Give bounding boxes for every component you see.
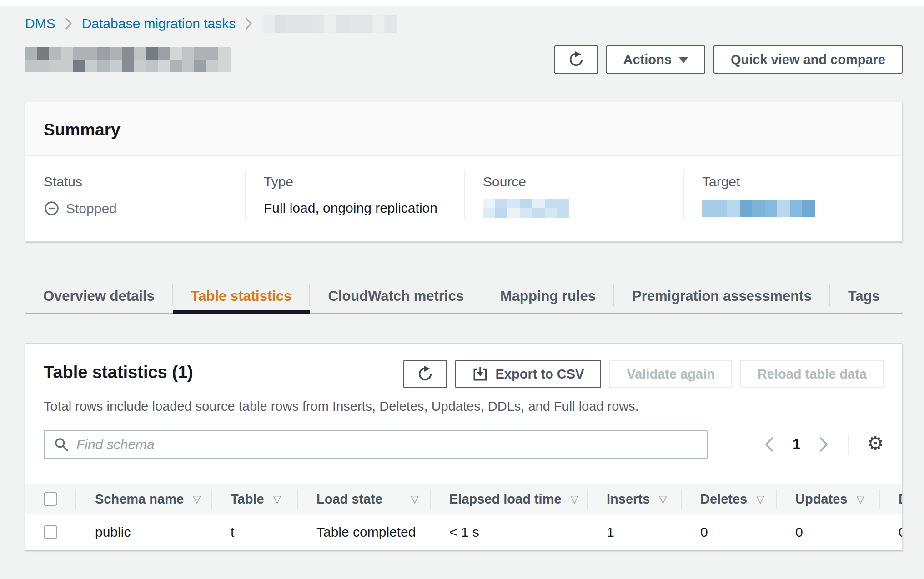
tab-tags[interactable]: Tags: [830, 280, 898, 313]
sort-icon: ▽: [856, 493, 864, 505]
table-settings-gear-icon[interactable]: ⚙: [867, 434, 884, 455]
type-value: Full load, ongoing replication: [264, 200, 450, 216]
tab-overview-details[interactable]: Overview details: [25, 280, 173, 313]
summary-field-type: Type Full load, ongoing replication: [245, 171, 464, 220]
pagination-divider: [848, 434, 849, 455]
table-statistics-table: Schema name▽ Table▽ Load state▽ Elapsed …: [25, 484, 902, 550]
top-white-strip: [0, 0, 924, 6]
pagination: 1 ⚙: [763, 434, 884, 455]
source-endpoint-link-redacted[interactable]: [483, 199, 569, 218]
type-label: Type: [264, 174, 450, 190]
tab-mapping-rules[interactable]: Mapping rules: [482, 280, 614, 313]
refresh-button[interactable]: [554, 45, 598, 74]
summary-field-target: Target: [683, 171, 902, 220]
row-select-cell: [25, 514, 75, 550]
target-label: Target: [702, 174, 889, 190]
column-header-schema-name[interactable]: Schema name▽: [75, 484, 211, 514]
column-header-elapsed-load-time[interactable]: Elapsed load time▽: [430, 484, 587, 514]
actions-button-label: Actions: [623, 52, 672, 67]
column-header-updates[interactable]: Updates▽: [776, 484, 879, 514]
column-header-table[interactable]: Table▽: [211, 484, 297, 514]
row-checkbox[interactable]: [44, 525, 57, 539]
table-statistics-description: Total rows include loaded source table r…: [25, 388, 902, 414]
sort-icon: ▽: [273, 493, 281, 505]
sort-icon: ▽: [756, 493, 764, 505]
summary-card-body: Status Stopped Type Full load, ongoing r…: [25, 156, 902, 241]
table-header-row: Schema name▽ Table▽ Load state▽ Elapsed …: [25, 484, 902, 514]
export-to-csv-button[interactable]: Export to CSV: [455, 360, 601, 388]
table-statistics-header: Table statistics (1) Export to CSV: [25, 344, 902, 388]
column-header-deletes[interactable]: Deletes▽: [681, 484, 776, 514]
sort-icon: ▽: [659, 493, 667, 505]
breadcrumb-migration-tasks[interactable]: Database migration tasks: [82, 16, 236, 31]
summary-field-status: Status Stopped: [25, 171, 245, 220]
next-page-button[interactable]: [819, 436, 829, 453]
chevron-right-icon: [819, 436, 829, 453]
refresh-icon: [417, 366, 433, 382]
tab-premigration-assessments[interactable]: Premigration assessments: [614, 280, 830, 313]
summary-field-source: Source: [464, 171, 683, 220]
tab-table-statistics[interactable]: Table statistics: [173, 280, 310, 313]
table-row: public t Table completed < 1 s 1 0 0 0: [25, 514, 902, 550]
column-header-load-state[interactable]: Load state▽: [297, 484, 430, 514]
select-all-cell: [25, 484, 75, 514]
tab-cloudwatch-metrics[interactable]: CloudWatch metrics: [310, 280, 482, 313]
column-header-ddls[interactable]: DDLs: [879, 484, 902, 514]
sort-icon: ▽: [193, 493, 201, 505]
task-detail-tabs: Overview details Table statistics CloudW…: [25, 280, 903, 314]
refresh-icon: [568, 51, 584, 68]
cell-ddls: 0: [879, 514, 902, 550]
table-refresh-button[interactable]: [403, 360, 447, 388]
cell-inserts: 1: [587, 514, 681, 550]
export-to-csv-label: Export to CSV: [495, 367, 584, 382]
cell-deletes: 0: [681, 514, 776, 550]
actions-button[interactable]: Actions: [606, 45, 705, 74]
table-toolbar: 1 ⚙: [25, 414, 902, 459]
breadcrumb: DMS Database migration tasks: [25, 14, 903, 34]
sort-icon: ▽: [571, 493, 579, 505]
validate-again-button: Validate again: [609, 360, 732, 388]
cell-table: t: [211, 514, 297, 550]
cell-load-state: Table completed: [297, 514, 430, 550]
search-icon: [54, 437, 69, 452]
cell-updates: 0: [776, 514, 879, 550]
page-actions: Actions Quick view and compare: [554, 45, 903, 74]
download-icon: [472, 366, 488, 382]
status-label: Status: [44, 174, 231, 190]
chevron-right-icon: [245, 17, 253, 30]
chevron-right-icon: [65, 17, 73, 30]
previous-page-button[interactable]: [763, 436, 774, 453]
dms-task-page: DMS Database migration tasks Actions: [0, 6, 924, 550]
quick-view-compare-button[interactable]: Quick view and compare: [713, 45, 903, 74]
table-statistics-title: Table statistics (1): [44, 360, 193, 382]
caret-down-icon: [679, 57, 688, 63]
find-schema-input[interactable]: [76, 437, 698, 452]
quick-view-label: Quick view and compare: [731, 52, 885, 67]
page-header-row: Actions Quick view and compare: [25, 45, 903, 74]
breadcrumb-dms[interactable]: DMS: [25, 16, 55, 31]
select-all-checkbox[interactable]: [44, 492, 57, 506]
breadcrumb-current-redacted: [263, 15, 397, 33]
status-value: Stopped: [44, 200, 231, 216]
schema-search: [44, 430, 708, 459]
table-statistics-card: Table statistics (1) Export to CSV: [25, 343, 903, 550]
sort-icon: ▽: [411, 493, 419, 505]
status-text: Stopped: [66, 201, 117, 216]
current-page-number: 1: [793, 436, 800, 453]
stopped-status-icon: [44, 200, 60, 216]
summary-card: Summary Status Stopped Type Full load, o…: [25, 102, 903, 242]
summary-title: Summary: [44, 120, 884, 140]
reload-table-data-button: Reload table data: [740, 360, 884, 388]
summary-card-header: Summary: [25, 102, 902, 156]
cell-elapsed-load-time: < 1 s: [430, 514, 587, 550]
chevron-left-icon: [763, 436, 774, 453]
source-label: Source: [483, 174, 669, 190]
target-endpoint-link-redacted[interactable]: [702, 200, 815, 217]
page-title-redacted: [25, 47, 231, 72]
cell-schema-name: public: [75, 514, 211, 550]
table-statistics-actions: Export to CSV Validate again Reload tabl…: [403, 360, 884, 388]
column-header-inserts[interactable]: Inserts▽: [587, 484, 681, 514]
